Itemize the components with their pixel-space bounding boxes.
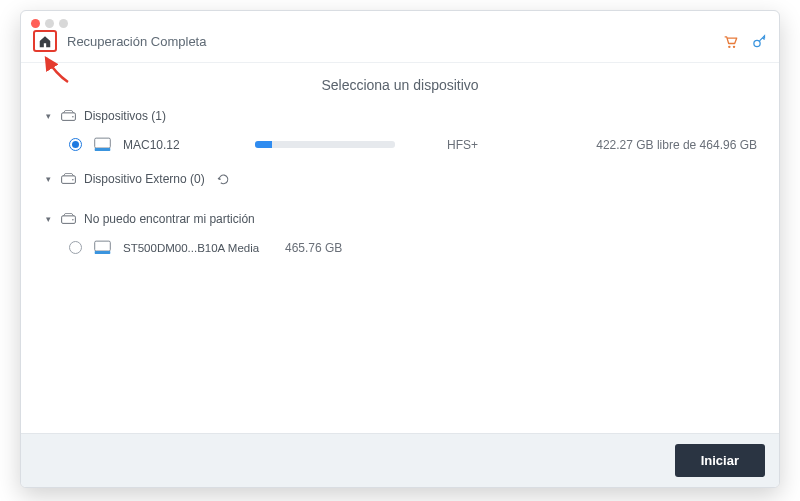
chevron-down-icon: ▾ [43,214,53,224]
device-row[interactable]: MAC10.12 HFS+ 422.27 GB libre de 464.96 … [43,129,757,166]
window-controls [21,11,779,28]
section-external[interactable]: ▾ Dispositivo Externo (0) [43,166,757,192]
hdd-icon [61,173,76,185]
start-button[interactable]: Iniciar [675,444,765,477]
media-row[interactable]: ST500DM00...B10A Media 465.76 GB [43,232,757,261]
section-external-label: Dispositivo Externo (0) [84,172,205,186]
refresh-icon[interactable] [217,173,230,186]
media-name: ST500DM00...B10A Media [123,242,273,254]
device-filesystem: HFS+ [447,138,547,152]
svg-rect-11 [95,241,111,251]
page-subtitle: Selecciona un dispositivo [21,63,779,103]
footer-bar: Iniciar [21,433,779,487]
section-lost-partition[interactable]: ▾ No puedo encontrar mi partición [43,206,757,232]
radio-unselected[interactable] [69,241,82,254]
minimize-window-dot[interactable] [45,19,54,28]
zoom-window-dot[interactable] [59,19,68,28]
usage-bar-fill [255,141,272,148]
drive-icon [94,240,111,255]
usage-bar [255,141,395,148]
svg-point-4 [72,116,74,118]
section-devices-label: Dispositivos (1) [84,109,166,123]
svg-point-1 [733,45,735,47]
svg-point-0 [728,45,730,47]
device-free-space: 422.27 GB libre de 464.96 GB [596,138,757,152]
section-lost-label: No puedo encontrar mi partición [84,212,255,226]
device-name: MAC10.12 [123,138,243,152]
svg-point-2 [754,40,760,46]
breadcrumb-title: Recuperación Completa [67,34,722,49]
svg-rect-6 [95,148,111,151]
section-devices[interactable]: ▾ Dispositivos (1) [43,103,757,129]
chevron-down-icon: ▾ [43,111,53,121]
svg-point-8 [72,179,74,181]
svg-rect-12 [95,251,111,254]
svg-point-10 [72,219,74,221]
drive-icon [94,137,111,152]
close-window-dot[interactable] [31,19,40,28]
hdd-icon [61,110,76,122]
device-list: ▾ Dispositivos (1) MAC10.12 HFS+ 422.27 … [21,103,779,433]
hdd-icon [61,213,76,225]
cart-icon[interactable] [722,34,738,49]
key-icon[interactable] [752,34,767,49]
app-window: Recuperación Completa Selecciona un disp… [20,10,780,488]
home-button[interactable] [33,30,57,52]
svg-rect-5 [95,138,111,148]
radio-selected[interactable] [69,138,82,151]
media-size: 465.76 GB [285,241,342,255]
chevron-down-icon: ▾ [43,174,53,184]
header-bar: Recuperación Completa [21,28,779,63]
home-icon [38,35,52,48]
